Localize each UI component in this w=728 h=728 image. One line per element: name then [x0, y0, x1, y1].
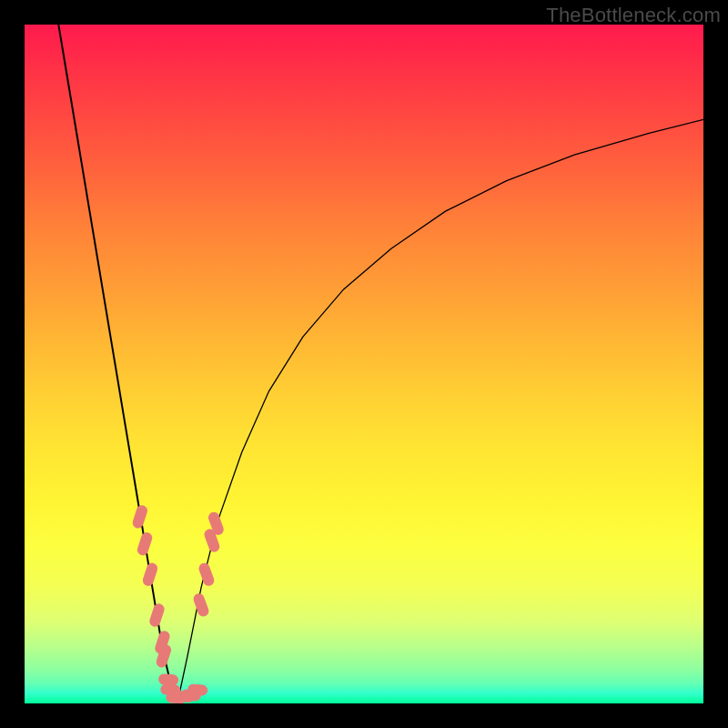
right-branch-curve — [177, 119, 703, 703]
data-marker — [148, 602, 166, 628]
data-marker — [141, 561, 158, 587]
chart-svg — [25, 25, 703, 703]
marker-group — [131, 504, 225, 703]
outer-frame: TheBottleneck.com — [0, 0, 728, 728]
data-marker — [136, 531, 153, 556]
plot-area — [25, 25, 703, 703]
data-marker — [192, 592, 210, 619]
left-branch-curve — [58, 25, 177, 703]
watermark-text: TheBottleneck.com — [546, 4, 721, 27]
data-marker — [197, 561, 216, 588]
data-marker — [131, 504, 148, 530]
data-marker — [158, 673, 179, 686]
